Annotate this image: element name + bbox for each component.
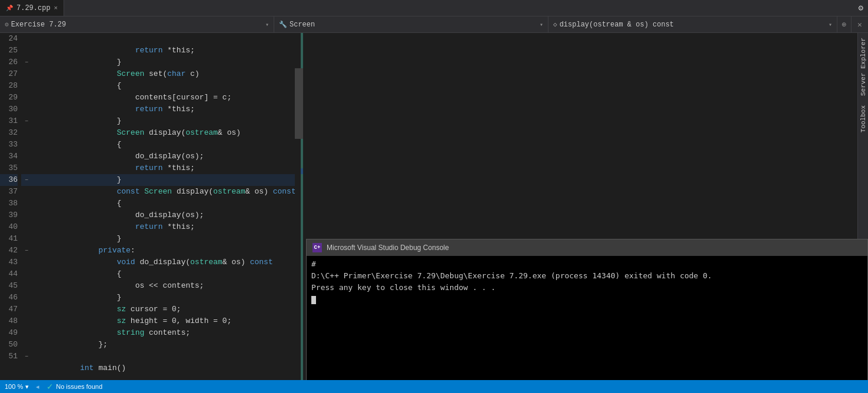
nav-segment-class[interactable]: 🔧 Screen ▾ [274, 16, 548, 32]
nav-bar: ⚙ Exercise 7.29 ▾ 🔧 Screen ▾ ◇ display(o… [0, 16, 868, 33]
tab-pin-icon: 📌 [6, 5, 13, 12]
code-line-24: return *this; [32, 33, 295, 45]
server-explorer-tab[interactable]: Server Explorer [859, 33, 868, 101]
console-app-icon: C+ [312, 243, 322, 252]
project-icon: ⚙ [5, 21, 9, 28]
console-body[interactable]: # D:\C++ Primer\Exercise 7.29\Debug\Exer… [307, 256, 867, 393]
console-line-1: # [311, 258, 863, 270]
console-cursor-line [311, 294, 863, 305]
console-line-3: D:\C++ Primer\Exercise 7.29\Debug\Exerci… [311, 270, 863, 282]
nav-close-button[interactable]: ✕ [852, 16, 868, 32]
console-cursor [311, 296, 316, 304]
line-numbers: 24 25 26 27 28 29 30 31 32 33 34 35 36 3… [0, 33, 21, 393]
zoom-control[interactable]: 100 % ▾ [5, 383, 29, 391]
console-title: Microsoft Visual Studio Debug Console [327, 244, 449, 252]
console-titlebar: C+ Microsoft Visual Studio Debug Console [307, 239, 867, 256]
zoom-value: 100 % [5, 383, 23, 390]
tab-close-icon[interactable]: × [54, 5, 58, 12]
scrollbar-track[interactable] [295, 33, 303, 393]
class-icon: 🔧 [279, 21, 287, 28]
scroll-indicator-icon: ◂ [36, 383, 39, 391]
nav-class-label: Screen [290, 21, 315, 29]
gutter: − − − − [21, 33, 32, 393]
tab-filename: 7.29.cpp [16, 4, 51, 12]
issues-status: ✓ No issues found [46, 382, 102, 391]
scrollbar-thumb[interactable] [295, 68, 303, 139]
nav-expand-button[interactable]: ⊕ [837, 16, 852, 32]
debug-console: C+ Microsoft Visual Studio Debug Console… [306, 239, 868, 393]
nav-project-arrow[interactable]: ▾ [265, 21, 269, 28]
settings-icon[interactable]: ⚙ [854, 3, 868, 13]
nav-segment-project[interactable]: ⚙ Exercise 7.29 ▾ [0, 16, 274, 32]
toolbox-tab[interactable]: Toolbox [859, 101, 868, 137]
nav-segment-member[interactable]: ◇ display(ostream & os) const ▾ [548, 16, 837, 32]
nav-member-label: display(ostream & os) const [560, 21, 674, 29]
code-content[interactable]: return *this; } Screen set(char c) { [32, 33, 295, 393]
editor-area: 24 25 26 27 28 29 30 31 32 33 34 35 36 3… [0, 33, 303, 393]
member-icon: ◇ [553, 21, 557, 28]
tab-bar: 📌 7.29.cpp × ⚙ [0, 0, 868, 16]
file-tab[interactable]: 📌 7.29.cpp × [0, 0, 64, 16]
check-icon: ✓ [46, 382, 54, 391]
nav-member-arrow[interactable]: ▾ [829, 21, 832, 28]
nav-project-label: Exercise 7.29 [11, 21, 66, 29]
nav-class-arrow[interactable]: ▾ [540, 21, 543, 28]
main-area: 24 25 26 27 28 29 30 31 32 33 34 35 36 3… [0, 33, 868, 393]
zoom-arrow-icon: ▾ [25, 383, 29, 391]
issues-text: No issues found [56, 383, 102, 390]
console-line-4: Press any key to close this window . . . [311, 282, 863, 294]
status-bar: 100 % ▾ ◂ ✓ No issues found [0, 380, 868, 393]
